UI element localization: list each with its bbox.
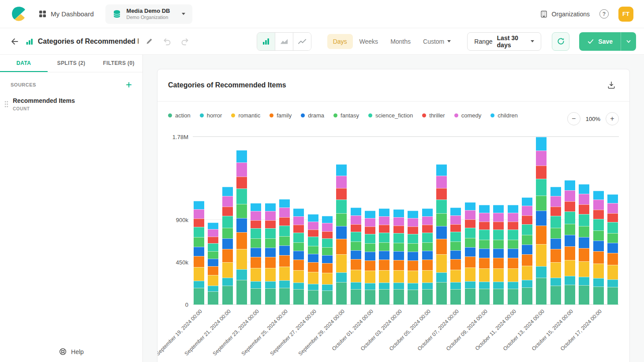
- time-months-button[interactable]: Months: [385, 34, 416, 49]
- bar-segment-fantasy[interactable]: [450, 241, 461, 250]
- bar-segment-comedy[interactable]: [522, 206, 532, 215]
- back-button[interactable]: [8, 34, 21, 49]
- bar-segment-fantasy[interactable]: [422, 242, 433, 251]
- bar-segment-horror[interactable]: [365, 283, 375, 290]
- bar-segment-fantasy[interactable]: [493, 240, 504, 249]
- bar-segment-family[interactable]: [479, 258, 490, 269]
- bar-segment-thriller[interactable]: [279, 217, 290, 226]
- bar-segment-horror[interactable]: [265, 281, 276, 288]
- bar-segment-comedy[interactable]: [450, 215, 461, 224]
- bar-segment-science_fiction[interactable]: [450, 232, 461, 241]
- bar-segment-science_fiction[interactable]: [322, 238, 333, 247]
- bar-segment-action[interactable]: [351, 289, 361, 305]
- bar-segment-drama[interactable]: [351, 250, 361, 259]
- bar-segment-drama[interactable]: [236, 218, 247, 232]
- bar-segment-thriller[interactable]: [351, 224, 361, 232]
- bar-segment-drama[interactable]: [450, 250, 461, 259]
- zoom-out-button[interactable]: −: [567, 112, 580, 125]
- source-recommended-items[interactable]: Recommended Items COUNT: [0, 93, 142, 116]
- bar-segment-romantic[interactable]: [479, 268, 490, 281]
- bar-segment-horror[interactable]: [322, 284, 333, 290]
- bar-segment-fantasy[interactable]: [336, 213, 347, 226]
- bar-segment-fantasy[interactable]: [436, 213, 447, 226]
- bar-segment-action[interactable]: [493, 289, 504, 305]
- bar-segment-horror[interactable]: [208, 286, 218, 291]
- bar-segment-horror[interactable]: [607, 279, 618, 287]
- bar-segment-family[interactable]: [293, 260, 304, 270]
- stacked-bar[interactable]: [479, 205, 490, 305]
- bar-segment-science_fiction[interactable]: [550, 216, 561, 228]
- bar-segment-thriller[interactable]: [194, 219, 204, 227]
- bar-segment-children[interactable]: [436, 164, 447, 175]
- bar-segment-romantic[interactable]: [208, 275, 218, 286]
- bar-segment-science_fiction[interactable]: [194, 227, 204, 237]
- bar-segment-fantasy[interactable]: [308, 246, 318, 254]
- bar-segment-thriller[interactable]: [436, 188, 447, 199]
- bar-segment-comedy[interactable]: [579, 194, 589, 205]
- bar-segment-horror[interactable]: [351, 282, 361, 289]
- drag-handle-icon[interactable]: [4, 101, 8, 108]
- tab-splits[interactable]: SPLITS (2): [48, 55, 95, 72]
- bar-segment-romantic[interactable]: [265, 268, 276, 281]
- bar-segment-action[interactable]: [607, 287, 618, 305]
- bar-segment-family[interactable]: [308, 262, 318, 272]
- stacked-bar[interactable]: [336, 164, 347, 305]
- bar-segment-thriller[interactable]: [365, 226, 375, 234]
- bar-segment-thriller[interactable]: [236, 177, 247, 189]
- bar-segment-comedy[interactable]: [607, 203, 618, 213]
- bar-segment-drama[interactable]: [365, 252, 375, 260]
- app-logo-icon[interactable]: [11, 6, 27, 23]
- bar-segment-comedy[interactable]: [365, 218, 375, 226]
- bar-segment-fantasy[interactable]: [508, 240, 518, 249]
- bar-segment-children[interactable]: [236, 150, 247, 162]
- bar-segment-science_fiction[interactable]: [365, 234, 375, 243]
- bar-segment-family[interactable]: [422, 260, 433, 270]
- bar-segment-comedy[interactable]: [493, 213, 504, 222]
- bar-segment-children[interactable]: [508, 205, 518, 213]
- bar-segment-comedy[interactable]: [393, 217, 404, 226]
- bar-segment-drama[interactable]: [308, 254, 318, 262]
- bar-segment-comedy[interactable]: [550, 196, 561, 207]
- bar-segment-children[interactable]: [422, 208, 433, 216]
- bar-segment-romantic[interactable]: [408, 271, 418, 283]
- bar-segment-family[interactable]: [408, 260, 418, 271]
- bar-segment-thriller[interactable]: [565, 201, 575, 211]
- bar-segment-horror[interactable]: [450, 282, 461, 289]
- bar-segment-romantic[interactable]: [308, 272, 318, 284]
- bar-segment-romantic[interactable]: [379, 270, 389, 283]
- bar-segment-family[interactable]: [322, 263, 333, 273]
- bar-segment-family[interactable]: [593, 251, 604, 264]
- bar-segment-science_fiction[interactable]: [536, 179, 547, 196]
- add-source-button[interactable]: +: [126, 80, 132, 89]
- bar-segment-action[interactable]: [579, 285, 589, 305]
- bar-segment-thriller[interactable]: [607, 213, 618, 222]
- bar-segment-children[interactable]: [365, 211, 375, 218]
- bar-segment-horror[interactable]: [236, 269, 247, 280]
- bar-segment-science_fiction[interactable]: [493, 230, 504, 240]
- bar-segment-horror[interactable]: [422, 283, 433, 289]
- bar-segment-family[interactable]: [565, 246, 575, 260]
- bar-segment-action[interactable]: [522, 287, 532, 305]
- bar-segment-thriller[interactable]: [479, 222, 490, 230]
- bar-segment-thriller[interactable]: [450, 224, 461, 232]
- bar-segment-fantasy[interactable]: [279, 236, 290, 246]
- bar-segment-children[interactable]: [408, 211, 418, 218]
- bar-segment-drama[interactable]: [479, 249, 490, 257]
- bar-segment-fantasy[interactable]: [536, 196, 547, 211]
- bar-segment-thriller[interactable]: [208, 237, 218, 243]
- stacked-bar[interactable]: [550, 187, 561, 305]
- bar-segment-children[interactable]: [336, 164, 347, 175]
- bar-segment-children[interactable]: [379, 208, 389, 216]
- stacked-bar[interactable]: [293, 208, 304, 305]
- bar-segment-horror[interactable]: [479, 282, 490, 289]
- bar-segment-science_fiction[interactable]: [479, 230, 490, 240]
- bar-segment-thriller[interactable]: [508, 222, 518, 230]
- bar-segment-family[interactable]: [393, 260, 404, 271]
- stacked-bar[interactable]: [565, 180, 575, 305]
- bar-segment-fantasy[interactable]: [351, 241, 361, 250]
- bar-segment-thriller[interactable]: [393, 226, 404, 233]
- bar-segment-fantasy[interactable]: [565, 224, 575, 235]
- stacked-bar[interactable]: [607, 194, 618, 305]
- save-button[interactable]: Save: [579, 32, 636, 51]
- time-custom-button[interactable]: Custom: [417, 34, 457, 49]
